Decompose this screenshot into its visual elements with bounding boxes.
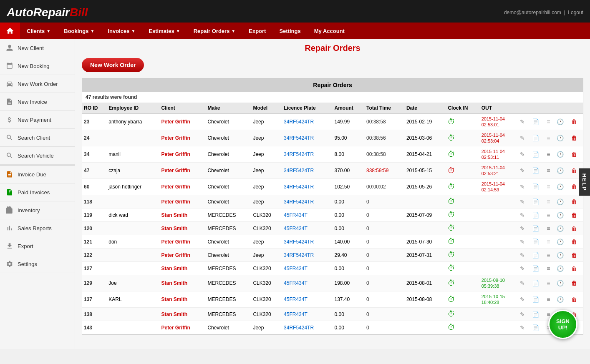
nav-export[interactable]: Export [242,23,272,39]
sidebar-item-new-client[interactable]: New Client [0,39,75,57]
sidebar-item-invoice-due[interactable]: Invoice Due [0,165,75,183]
signup-button[interactable]: SIGNUP! [548,310,577,339]
cell-notes[interactable]: ≡ [545,130,555,146]
cell-history[interactable]: 🕐 [555,222,570,235]
nav-clients[interactable]: Clients ▼ [20,23,57,39]
cell-delete[interactable]: 🗑 [570,262,583,275]
sidebar: New Client New Booking New Work Order Ne… [0,39,75,349]
cell-history[interactable]: 🕐 [555,275,570,291]
cell-notes[interactable]: ≡ [545,249,555,262]
sidebar-item-new-payment[interactable]: New Payment [0,111,75,129]
cell-pdf[interactable]: 📄 [530,195,545,208]
sidebar-item-new-work-order[interactable]: New Work Order [0,75,75,93]
cell-delete[interactable]: 🗑 [570,208,583,222]
cell-history[interactable]: 🕐 [555,130,570,146]
cell-history[interactable]: 🕐 [555,114,570,130]
cell-edit[interactable]: ✎ [518,249,530,262]
sidebar-item-search-client[interactable]: Search Client [0,129,75,147]
cell-pdf[interactable]: 📄 [530,262,545,275]
cell-delete[interactable]: 🗑 [570,114,583,130]
sidebar-item-export[interactable]: Export [0,237,75,255]
sidebar-item-search-vehicle[interactable]: Search Vehicle [0,147,75,165]
cell-notes[interactable]: ≡ [545,163,555,179]
cell-edit[interactable]: ✎ [518,114,530,130]
cell-delete[interactable]: 🗑 [570,146,583,163]
logout-link[interactable]: Logout [568,10,583,15]
cell-edit[interactable]: ✎ [518,275,530,291]
repair-orders-table: RO ID Employee ID Client Make Model Lice… [82,103,583,334]
nav-bookings[interactable]: Bookings ▼ [57,23,101,39]
cell-history[interactable]: 🕐 [555,195,570,208]
cell-notes[interactable]: ≡ [545,275,555,291]
new-work-order-button[interactable]: New Work Order [82,58,144,72]
cell-pdf[interactable]: 📄 [530,222,545,235]
cell-pdf[interactable]: 📄 [530,179,545,195]
cell-pdf[interactable]: 📄 [530,235,545,249]
cell-make: MERCEDES [206,291,251,308]
cell-edit[interactable]: ✎ [518,146,530,163]
cell-notes[interactable]: ≡ [545,291,555,308]
nav-my-account[interactable]: My Account [308,23,351,39]
cell-edit[interactable]: ✎ [518,222,530,235]
cell-edit[interactable]: ✎ [518,321,530,334]
cell-edit[interactable]: ✎ [518,195,530,208]
sidebar-item-new-booking[interactable]: New Booking [0,57,75,75]
cell-pdf[interactable]: 📄 [530,114,545,130]
nav-home-button[interactable] [0,23,20,39]
help-tab[interactable]: HELP [579,168,590,196]
cell-notes[interactable]: ≡ [545,222,555,235]
cell-history[interactable]: 🕐 [555,262,570,275]
cell-delete[interactable]: 🗑 [570,195,583,208]
nav-settings[interactable]: Settings [272,23,307,39]
cell-delete[interactable]: 🗑 [570,291,583,308]
cell-edit[interactable]: ✎ [518,179,530,195]
cell-history[interactable]: 🕐 [555,291,570,308]
cell-notes[interactable]: ≡ [545,114,555,130]
cell-delete[interactable]: 🗑 [570,235,583,249]
sidebar-item-sales-reports[interactable]: Sales Reports [0,219,75,237]
sidebar-item-new-invoice[interactable]: New Invoice [0,93,75,111]
cell-delete[interactable]: 🗑 [570,130,583,146]
cell-delete[interactable]: 🗑 [570,249,583,262]
cell-history[interactable]: 🕐 [555,249,570,262]
cell-notes[interactable]: ≡ [545,208,555,222]
cell-notes[interactable]: ≡ [545,179,555,195]
cell-history[interactable]: 🕐 [555,179,570,195]
cell-edit[interactable]: ✎ [518,130,530,146]
cell-pdf[interactable]: 📄 [530,275,545,291]
cell-delete[interactable]: 🗑 [570,222,583,235]
nav-invoices[interactable]: Invoices ▼ [101,23,142,39]
cell-pdf[interactable]: 📄 [530,308,545,321]
nav-estimates[interactable]: Estimates ▼ [142,23,187,39]
sidebar-item-paid-invoices[interactable]: Paid Invoices [0,183,75,201]
cell-notes[interactable]: ≡ [545,235,555,249]
cell-pdf[interactable]: 📄 [530,130,545,146]
cell-pdf[interactable]: 📄 [530,249,545,262]
cell-notes[interactable]: ≡ [545,146,555,163]
cell-edit[interactable]: ✎ [518,262,530,275]
sidebar-item-settings[interactable]: Settings [0,255,75,273]
cell-edit[interactable]: ✎ [518,235,530,249]
cell-pdf[interactable]: 📄 [530,146,545,163]
cell-history[interactable]: 🕐 [555,208,570,222]
cell-history[interactable]: 🕐 [555,146,570,163]
cell-edit[interactable]: ✎ [518,208,530,222]
cell-history[interactable]: 🕐 [555,235,570,249]
cell-edit[interactable]: ✎ [518,308,530,321]
cell-notes[interactable]: ≡ [545,195,555,208]
sidebar-item-inventory[interactable]: Inventory [0,201,75,219]
cell-client: Stan Smith [160,222,206,235]
cell-pdf[interactable]: 📄 [530,163,545,179]
cell-delete[interactable]: 🗑 [570,275,583,291]
cell-edit[interactable]: ✎ [518,163,530,179]
cell-amount: 95.00 [333,130,365,146]
cell-pdf[interactable]: 📄 [530,291,545,308]
cell-pdf[interactable]: 📄 [530,208,545,222]
sidebar-paid-invoices-label: Paid Invoices [18,189,50,196]
table-row: 34 manil Peter Griffin Chevrolet Jeep 34… [82,146,583,163]
cell-edit[interactable]: ✎ [518,291,530,308]
nav-repair-orders[interactable]: Repair Orders ▼ [187,23,242,39]
cell-pdf[interactable]: 📄 [530,321,545,334]
cell-notes[interactable]: ≡ [545,262,555,275]
cell-history[interactable]: 🕐 [555,163,570,179]
